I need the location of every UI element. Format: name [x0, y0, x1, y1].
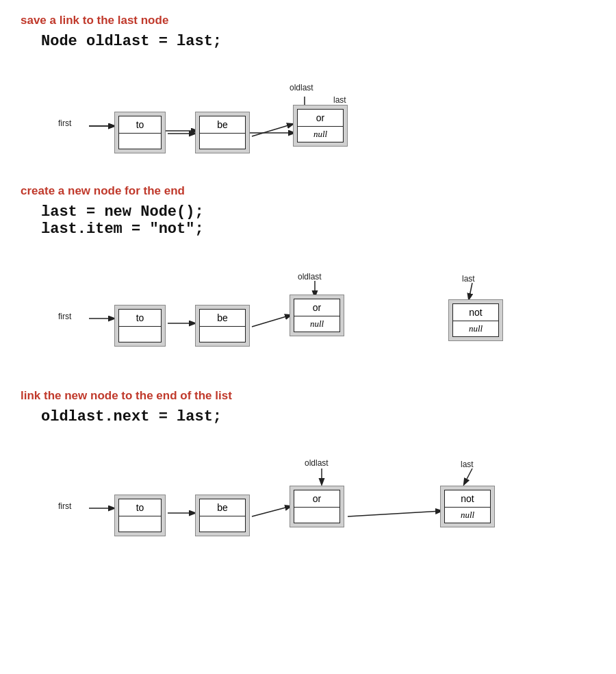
- node4-next-3: null: [445, 508, 490, 523]
- label-oldlast-3: oldlast: [305, 458, 329, 468]
- section3-title: link the new node to the end of the list: [21, 389, 595, 403]
- node4-item-3: not: [445, 490, 490, 508]
- label-oldlast-1: oldlast: [290, 83, 313, 92]
- node4-next-2: null: [453, 321, 498, 336]
- diagram3: first oldlast last to be or: [21, 438, 609, 564]
- label-first-1: first: [58, 118, 71, 128]
- node1-item-2: to: [119, 310, 161, 327]
- node3-or-3: or: [290, 486, 344, 527]
- section2-code: last = new Node(); last.item = "not";: [21, 203, 595, 238]
- label-last-1: last: [333, 95, 346, 105]
- svg-line-15: [252, 506, 291, 516]
- node1-to-2: to: [114, 305, 166, 347]
- section3-code: oldlast.next = last;: [21, 408, 595, 425]
- svg-line-16: [348, 511, 441, 516]
- node3-item: or: [298, 110, 343, 127]
- node2-next: [200, 134, 245, 149]
- section2-title: create a new node for the end: [21, 184, 595, 198]
- node4-not-3: not null: [440, 486, 495, 527]
- node3-or: or null: [293, 105, 348, 147]
- node2-be: be: [195, 112, 250, 153]
- node1-to-3: to: [114, 495, 166, 536]
- section2: create a new node for the end last = new…: [21, 184, 595, 377]
- label-oldlast-2: oldlast: [298, 272, 322, 282]
- section3: link the new node to the end of the list…: [21, 389, 595, 564]
- node3-item-2: or: [294, 299, 339, 316]
- section1-title: save a link to the last node: [21, 14, 595, 27]
- section1-code: Node oldlast = last;: [21, 33, 595, 50]
- node1-next: [119, 134, 161, 149]
- svg-line-12: [469, 283, 472, 299]
- diagram1: first oldlast last to: [21, 62, 609, 172]
- node2-item: be: [200, 116, 245, 134]
- diagram2: first oldlast last to be or null: [21, 250, 609, 377]
- node4-not-2: not null: [448, 299, 503, 341]
- node2-be-2: be: [195, 305, 250, 347]
- svg-line-5: [252, 124, 293, 136]
- node3-next-3: [294, 508, 339, 523]
- node4-item-2: not: [453, 304, 498, 321]
- section2-code-line2: last.item = "not";: [41, 221, 595, 238]
- node2-next-3: [200, 516, 245, 532]
- node3-next: null: [298, 127, 343, 142]
- node1-item-3: to: [119, 499, 161, 516]
- svg-line-18: [464, 469, 472, 484]
- section1: save a link to the last node Node oldlas…: [21, 14, 595, 172]
- node3-or-2: or null: [290, 295, 344, 336]
- node1-to: to: [114, 112, 166, 153]
- label-first-3: first: [58, 501, 71, 511]
- node2-item-3: be: [200, 499, 245, 516]
- node1-item: to: [119, 116, 161, 134]
- section2-code-line1: last = new Node();: [41, 203, 595, 221]
- node1-next-3: [119, 516, 161, 532]
- node2-item-2: be: [200, 310, 245, 327]
- node2-next-2: [200, 327, 245, 342]
- node2-be-3: be: [195, 495, 250, 536]
- label-first-2: first: [58, 312, 71, 321]
- label-last-3: last: [461, 460, 474, 469]
- node1-next-2: [119, 327, 161, 342]
- svg-line-10: [252, 315, 291, 327]
- node3-item-3: or: [294, 490, 339, 508]
- node3-next-2: null: [294, 316, 339, 332]
- label-last-2: last: [462, 274, 475, 284]
